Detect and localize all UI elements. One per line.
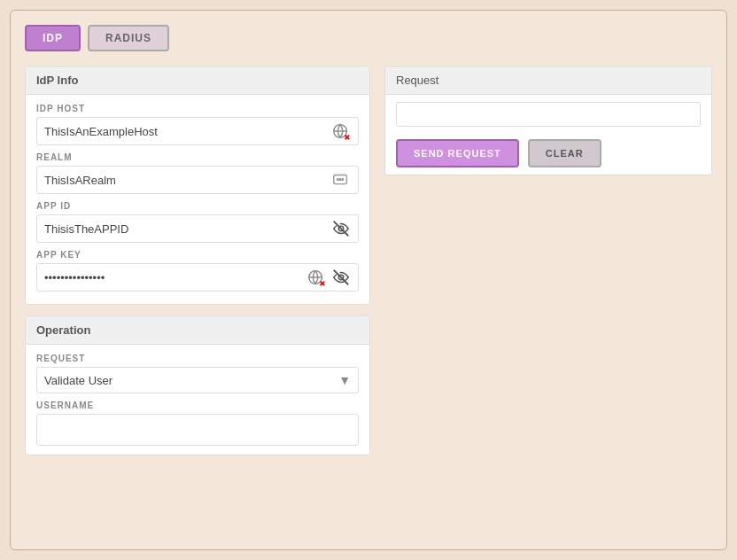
app-id-label: APP ID — [36, 201, 359, 211]
tab-bar: IDP RADIUS — [25, 25, 712, 51]
send-request-button[interactable]: SEND REQUEST — [396, 139, 519, 167]
request-panel-body: SEND REQUEST CLEAR — [385, 95, 711, 175]
app-id-eye-icon[interactable] — [331, 219, 351, 238]
operation-header: Operation — [26, 316, 369, 345]
columns: IdP Info IDP HOST — [25, 66, 712, 466]
svg-point-6 — [339, 179, 341, 181]
app-id-row — [36, 214, 359, 243]
request-label: REQUEST — [36, 354, 359, 363]
realm-msg-icon[interactable] — [331, 170, 351, 190]
realm-input[interactable] — [44, 174, 326, 187]
app-key-row — [36, 263, 359, 292]
idp-host-globe-icon[interactable] — [331, 121, 351, 141]
username-input[interactable] — [36, 414, 359, 446]
idp-info-body: IDP HOST — [26, 95, 369, 304]
request-panel-header: Request — [385, 66, 711, 95]
tab-radius[interactable]: RADIUS — [88, 25, 169, 51]
request-select-row: Validate User Option 2 Option 3 ▼ — [36, 367, 359, 393]
request-textarea[interactable] — [396, 102, 701, 127]
svg-point-5 — [337, 179, 338, 181]
select-arrow-icon: ▼ — [338, 373, 351, 387]
left-column: IdP Info IDP HOST — [25, 66, 370, 466]
app-key-eye-icon[interactable] — [331, 268, 351, 287]
app-key-input[interactable] — [44, 271, 301, 284]
idp-info-panel: IdP Info IDP HOST — [25, 66, 370, 305]
request-select[interactable]: Validate User Option 2 Option 3 — [44, 374, 338, 387]
request-panel: Request SEND REQUEST CLEAR — [384, 66, 712, 175]
right-column: Request SEND REQUEST CLEAR — [384, 66, 712, 466]
app-id-input[interactable] — [44, 222, 326, 236]
tab-idp[interactable]: IDP — [25, 25, 81, 51]
idp-info-header: IdP Info — [26, 66, 369, 95]
svg-point-7 — [342, 179, 344, 181]
idp-host-row — [36, 117, 359, 145]
idp-host-input[interactable] — [44, 125, 326, 138]
realm-label: REALM — [36, 152, 359, 162]
idp-host-label: IDP HOST — [36, 104, 359, 113]
main-container: IDP RADIUS IdP Info IDP HOST — [10, 10, 727, 550]
realm-row — [36, 166, 359, 194]
app-key-globe-icon[interactable] — [306, 268, 326, 287]
username-label: USERNAME — [36, 401, 359, 410]
operation-body: REQUEST Validate User Option 2 Option 3 … — [26, 345, 369, 455]
app-key-label: APP KEY — [36, 250, 359, 260]
operation-panel: Operation REQUEST Validate User Option 2… — [25, 315, 370, 455]
request-buttons: SEND REQUEST CLEAR — [396, 139, 701, 167]
clear-button[interactable]: CLEAR — [528, 139, 601, 167]
